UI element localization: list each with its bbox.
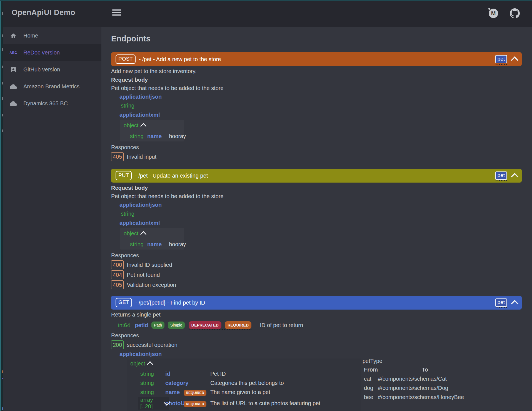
discriminator-row: cat#/components/schemas/Cat (363, 374, 493, 383)
tag-pet[interactable]: pet (495, 171, 507, 180)
schema-type: string (121, 101, 522, 110)
parameter-description: ID of pet to return (260, 322, 303, 328)
github-icon[interactable] (510, 8, 520, 18)
response-text: Invalid ID supplied (127, 262, 172, 268)
response-schema-panel: object string id Pet ID string category … (127, 358, 361, 411)
sidebar-item-dynamics-365-bc[interactable]: Dynamics 365 BC (3, 95, 101, 112)
array-expander[interactable]: array [..20] (138, 397, 169, 410)
schema-property: stringnamehooray (130, 132, 184, 140)
deprecated-badge: DEPRECATED (189, 321, 221, 329)
endpoint-header-post[interactable]: POST - /pet - Add a new pet to the store… (111, 52, 522, 66)
property-name: id (165, 371, 184, 377)
property-value: hooray (169, 241, 186, 247)
status-code-badge: 400 (111, 260, 124, 269)
property-name: category (165, 380, 184, 386)
property-value: hooray (169, 133, 186, 139)
response-row: 400 Invalid ID supplied (111, 260, 522, 270)
request-body-description: Pet object that needs to be added to the… (111, 84, 522, 92)
property-name: name (147, 133, 162, 139)
response-row: 200 successful operation (111, 340, 522, 350)
schema-property-row: string category Categories this pet belo… (140, 378, 361, 388)
app-bar: OpenApiUI Demo M (3, 1, 532, 27)
sidebar-item-label: Home (23, 33, 38, 39)
response-text: Invalid input (127, 154, 156, 160)
property-type: string (130, 133, 144, 139)
main-content: Endpoints POST - /pet - Add a new pet to… (101, 27, 532, 411)
method-badge: POST (116, 54, 136, 64)
parameter-flags[interactable]: DEPRECATED REQUIRED (189, 321, 252, 329)
endpoint-post-pet: POST - /pet - Add a new pet to the store… (111, 52, 522, 161)
sidebar-item-amazon-brand-metrics[interactable]: Amazon Brand Metrics (3, 78, 101, 95)
method-badge: PUT (116, 171, 132, 180)
schema-object-panel: object stringnamehooray (120, 228, 184, 250)
endpoint-title: - /pet - Add a new pet to the store (139, 56, 221, 63)
schema-property: stringnamehooray (130, 240, 184, 248)
abc-icon: ABC (10, 51, 17, 55)
property-description: Categories this pet belongs to (210, 380, 361, 386)
media-type-json: application/json (119, 92, 522, 101)
required-badge[interactable]: REQUIRED (184, 400, 210, 407)
endpoint-title: - /pet - Update an existing pet (135, 173, 208, 179)
object-expander[interactable]: object (124, 230, 184, 237)
schema-property-row: string id Pet ID (140, 369, 361, 378)
sidebar: Home ABC ReDoc version GitHub version Am… (3, 27, 101, 411)
schema-property-row: array [..20] photoUrls REQUIRED The list… (140, 397, 361, 408)
required-badge[interactable]: REQUIRED (184, 389, 210, 395)
property-description: The name given to a pet (210, 389, 361, 395)
status-code-badge: 404 (111, 270, 124, 279)
endpoint-description: Returns a single pet (111, 310, 522, 319)
status-code-badge: 405 (111, 152, 124, 161)
chevron-up-icon[interactable] (511, 173, 518, 180)
endpoint-description: Add new pet to the store inventory. (111, 67, 522, 76)
chevron-up-icon[interactable] (511, 300, 518, 307)
object-expander[interactable]: object (124, 121, 184, 129)
property-type: string (140, 380, 165, 386)
background-window-strip (0, 1, 3, 411)
sidebar-item-redoc-version[interactable]: ABC ReDoc version (3, 44, 101, 61)
chevron-up-icon (147, 361, 153, 367)
property-name: name (147, 241, 162, 247)
object-expander[interactable]: object (130, 360, 361, 367)
property-type: string (130, 241, 144, 247)
cloud-icon (10, 100, 17, 107)
to-column-header: To (422, 367, 428, 373)
discriminator-title: petType (363, 357, 493, 365)
method-badge: GET (116, 298, 132, 307)
sidebar-item-github-version[interactable]: GitHub version (3, 61, 101, 78)
response-row: 404 Pet not found (111, 270, 522, 280)
parameter-type: int64 (118, 322, 130, 328)
tag-pet[interactable]: pet (495, 55, 507, 63)
sidebar-item-home[interactable]: Home (3, 27, 101, 44)
home-icon (10, 33, 17, 39)
sidebar-item-label: Amazon Brand Metrics (23, 83, 79, 90)
property-type: string (140, 389, 165, 395)
request-body-label: Request body (111, 76, 522, 84)
account-icon (10, 66, 17, 73)
property-type: string (140, 371, 165, 377)
tag-pet[interactable]: pet (495, 298, 507, 307)
discriminator-row: bee#/components/schemas/HoneyBee (363, 393, 493, 402)
discriminator-header: FromTo (363, 365, 493, 374)
app-title: OpenApiUI Demo (12, 8, 75, 17)
cloud-icon (10, 83, 17, 90)
status-code-badge: 405 (111, 280, 124, 289)
endpoint-header-get[interactable]: GET - /pet/{petId} - Find pet by ID pet (111, 296, 522, 310)
menu-icon[interactable] (112, 9, 121, 17)
response-text: successful operation (127, 342, 177, 348)
page-title: Endpoints (111, 34, 522, 43)
responses-label: Responces (111, 143, 522, 151)
schema-property-row: string name REQUIRED The name given to a… (140, 388, 361, 397)
chevron-up-icon (140, 231, 147, 237)
chevron-up-icon (140, 123, 147, 129)
property-description: The list of URL to a cute photos featuri… (210, 400, 361, 407)
sidebar-item-label: Dynamics 365 BC (23, 100, 68, 107)
endpoint-header-put[interactable]: PUT - /pet - Update an existing pet pet (111, 169, 522, 183)
response-row: 405 Validation exception (111, 280, 522, 290)
sidebar-item-label: GitHub version (23, 66, 60, 73)
parameter-name: petId (135, 322, 148, 328)
response-text: Pet not found (127, 272, 160, 278)
media-type-json: application/json (119, 200, 522, 209)
chevron-up-icon[interactable] (511, 56, 518, 64)
param-location-badge: Path (151, 322, 164, 329)
mudblazor-logo-icon[interactable]: M (489, 9, 498, 18)
